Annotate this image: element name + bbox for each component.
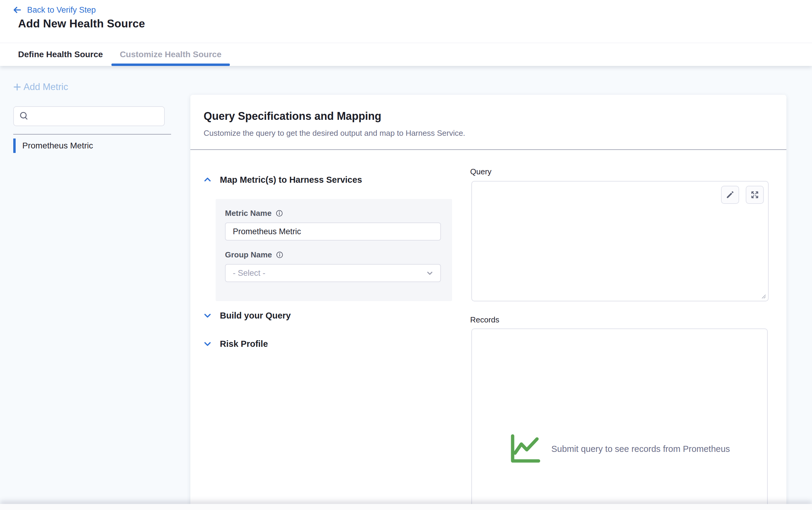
- query-textarea[interactable]: [471, 181, 768, 301]
- pencil-icon: [725, 190, 735, 200]
- section-build-query-toggle[interactable]: Build your Query: [202, 310, 291, 321]
- back-arrow-icon: [12, 5, 22, 15]
- back-link-label: Back to Verify Step: [27, 5, 96, 15]
- tab-define-health-source[interactable]: Define Health Source: [10, 43, 111, 66]
- panel-subtitle: Customize the query to get the desired o…: [204, 128, 465, 138]
- group-name-placeholder: - Select -: [233, 269, 265, 278]
- group-name-label: Group Name: [225, 250, 272, 260]
- metric-search-input[interactable]: [30, 107, 160, 125]
- resize-handle-icon[interactable]: [760, 293, 766, 299]
- section-build-query-label: Build your Query: [220, 311, 291, 321]
- chevron-down-icon: [202, 310, 213, 321]
- metric-list-item-prometheus[interactable]: Prometheus Metric: [13, 138, 171, 153]
- footer-bar: [0, 504, 812, 510]
- query-label: Query: [470, 167, 492, 176]
- chevron-down-icon: [425, 269, 434, 277]
- section-risk-profile-label: Risk Profile: [220, 339, 268, 349]
- page-header: Back to Verify Step Add New Health Sourc…: [0, 0, 812, 66]
- metric-name-input[interactable]: [225, 222, 441, 241]
- line-chart-icon: [509, 434, 541, 464]
- records-empty-message: Submit query to see records from Prometh…: [551, 444, 730, 454]
- back-to-verify-step-link[interactable]: Back to Verify Step: [12, 5, 96, 15]
- panel-title: Query Specifications and Mapping: [204, 110, 381, 123]
- metric-name-label-row: Metric Name: [225, 209, 283, 218]
- panel-header: Query Specifications and Mapping Customi…: [190, 95, 786, 150]
- section-map-metrics-toggle[interactable]: Map Metric(s) to Harness Services: [202, 175, 362, 185]
- sidebar-divider: [13, 134, 171, 134]
- metrics-sidebar: Add Metric Prometheus Metric: [0, 66, 190, 510]
- metric-search-box: [13, 106, 165, 126]
- page-title: Add New Health Source: [18, 18, 145, 30]
- tab-customize-health-source[interactable]: Customize Health Source: [111, 43, 230, 66]
- records-empty-state: Submit query to see records from Prometh…: [509, 434, 730, 464]
- tab-bar: Define Health Source Customize Health So…: [0, 43, 812, 66]
- group-name-label-row: Group Name: [225, 250, 284, 260]
- add-health-source-page: Back to Verify Step Add New Health Sourc…: [0, 0, 812, 510]
- records-panel: Submit query to see records from Prometh…: [471, 328, 768, 510]
- edit-query-button[interactable]: [721, 186, 739, 204]
- section-map-metrics-label: Map Metric(s) to Harness Services: [220, 175, 362, 185]
- add-metric-button[interactable]: Add Metric: [12, 82, 68, 92]
- selected-metric-indicator: [13, 139, 16, 153]
- section-risk-profile-toggle[interactable]: Risk Profile: [202, 339, 268, 349]
- metric-item-label: Prometheus Metric: [22, 141, 93, 151]
- expand-icon: [750, 190, 760, 200]
- metric-name-label: Metric Name: [225, 209, 272, 218]
- group-name-select[interactable]: - Select -: [225, 264, 441, 282]
- expand-query-button[interactable]: [746, 186, 764, 204]
- info-icon[interactable]: [276, 251, 284, 259]
- add-metric-label: Add Metric: [24, 82, 68, 92]
- chevron-down-icon: [202, 339, 213, 349]
- query-actions: [721, 186, 764, 204]
- plus-icon: [12, 82, 22, 92]
- info-icon[interactable]: [275, 209, 283, 217]
- search-icon: [18, 110, 30, 122]
- map-metrics-card: Metric Name Group Name - Select -: [216, 199, 452, 301]
- records-label: Records: [470, 315, 499, 325]
- chevron-up-icon: [202, 175, 213, 185]
- query-specifications-panel: Query Specifications and Mapping Customi…: [190, 95, 786, 510]
